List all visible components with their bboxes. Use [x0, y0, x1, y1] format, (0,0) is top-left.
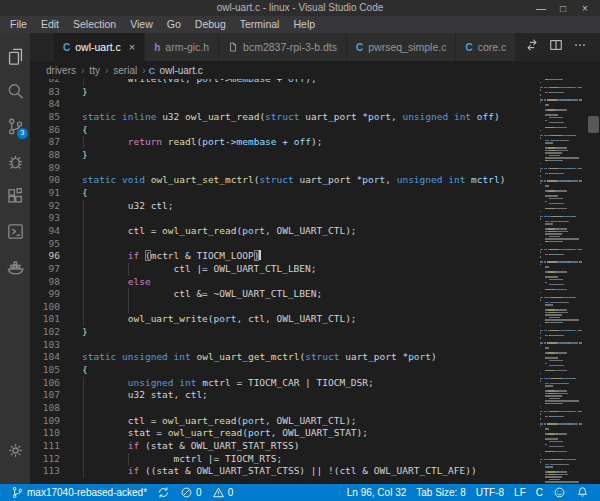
code-line[interactable]: 111 if (stat & OWL_UART_STAT_RTSS)	[30, 440, 538, 453]
code-token: uart_port *	[294, 174, 363, 185]
code-line[interactable]: 113 if ((stat & OWL_UART_STAT_CTSS) || !…	[30, 465, 538, 478]
minimap-line	[540, 476, 586, 477]
activity-docker-icon[interactable]	[0, 249, 30, 284]
tab-pwrseq_simple.c[interactable]: Cpwrseq_simple.c	[347, 33, 455, 61]
close-tab-icon[interactable]: ×	[129, 41, 135, 53]
gutter-pad	[60, 212, 82, 225]
code-line[interactable]: 101 owl_uart_write(port, ctl, OWL_UART_C…	[30, 313, 538, 326]
code-line[interactable]: 95	[30, 238, 538, 251]
code-line[interactable]: 90static void owl_uart_set_mctrl(struct …	[30, 174, 538, 187]
more-actions-icon[interactable]	[568, 38, 592, 56]
open-changes-icon[interactable]	[520, 38, 544, 56]
code-token: else	[128, 276, 151, 287]
status-language-mode[interactable]: C	[531, 487, 548, 498]
menu-view[interactable]: View	[123, 16, 160, 33]
line-number: 91	[30, 187, 60, 200]
code-line[interactable]: 100	[30, 301, 538, 314]
code-line[interactable]: 93	[30, 212, 538, 225]
gutter-pad	[60, 187, 82, 200]
breadcrumb-serial[interactable]: serial	[111, 65, 139, 76]
activity-settings-icon[interactable]	[0, 433, 30, 468]
indent-guide	[83, 250, 84, 263]
indent-guide	[83, 377, 84, 390]
editor[interactable]: 82 writel(val, port->membase + off);83}8…	[30, 79, 600, 484]
activity-explorer-icon[interactable]	[0, 39, 30, 74]
code-line[interactable]: 105{	[30, 364, 538, 377]
code-line[interactable]: 99 ctl &= ~OWL_UART_CTL_LBEN;	[30, 288, 538, 301]
status-synchronize-changes[interactable]	[152, 486, 175, 499]
activity-source-control-icon[interactable]: 3	[0, 109, 30, 144]
c-file-icon: C	[149, 65, 156, 76]
tab-label: arm-gic.h	[165, 41, 209, 53]
menu-edit[interactable]: Edit	[34, 16, 66, 33]
code-line[interactable]: 86{	[30, 124, 538, 137]
code-token: port	[202, 136, 225, 147]
scrollbar-thumb[interactable]	[588, 116, 599, 133]
minimap-line	[540, 360, 586, 361]
code-line[interactable]: 89	[30, 162, 538, 175]
indent-guide	[83, 288, 84, 301]
tab-core.c[interactable]: Ccore.c	[456, 33, 515, 61]
code-line[interactable]: 85static inline u32 owl_uart_read(struct…	[30, 111, 538, 124]
code-line[interactable]: 103	[30, 339, 538, 352]
minimap[interactable]	[540, 79, 586, 484]
menu-terminal[interactable]: Terminal	[233, 16, 287, 33]
status-tab-size[interactable]: Tab Size: 8	[411, 487, 470, 498]
code-line[interactable]: 96 if (mctrl & TIOCM_LOOP)	[30, 250, 538, 263]
code-line[interactable]: 107 u32 stat, ctl;	[30, 389, 538, 402]
code-line[interactable]: 106 unsigned int mctrl = TIOCM_CAR | TIO…	[30, 377, 538, 390]
code-line[interactable]: 98 else	[30, 276, 538, 289]
status-cursor-position[interactable]: Ln 96, Col 32	[342, 487, 412, 498]
status-notifications[interactable]	[571, 486, 594, 499]
code-token: ,	[185, 79, 196, 84]
code-line[interactable]: 112 mctrl |= TIOCM_RTS;	[30, 453, 538, 466]
code-line[interactable]: 102}	[30, 326, 538, 339]
activity-terminal-box-icon[interactable]	[0, 214, 30, 249]
status-feedback[interactable]	[548, 486, 571, 499]
status-git-branch[interactable]: max17040-rebased-acked*	[6, 486, 152, 499]
code-line[interactable]: 87 return readl(port->membase + off);	[30, 136, 538, 149]
tab-owl-uart.c[interactable]: Cowl-uart.c×	[54, 33, 144, 61]
minimap-line	[540, 150, 586, 151]
code-line[interactable]: 83}	[30, 86, 538, 99]
minimize-button[interactable]: —	[530, 3, 552, 14]
activity-extensions-icon[interactable]	[0, 179, 30, 214]
menu-debug[interactable]: Debug	[188, 16, 233, 33]
code-line[interactable]: 110 stat = owl_uart_read(port, OWL_UART_…	[30, 427, 538, 440]
status-warnings[interactable]: 0	[207, 486, 239, 499]
code-line[interactable]: 82 writel(val, port->membase + off);	[30, 79, 538, 86]
menu-selection[interactable]: Selection	[66, 16, 123, 33]
line-number: 104	[30, 351, 60, 364]
gutter-pad	[60, 238, 82, 251]
status-eol[interactable]: LF	[509, 487, 531, 498]
window-title: owl-uart.c - linux - Visual Studio Code	[0, 1, 600, 15]
code-line[interactable]: 108	[30, 402, 538, 415]
activity-debug-icon[interactable]	[0, 144, 30, 179]
status-errors[interactable]: 0	[175, 486, 207, 499]
status-encoding[interactable]: UTF-8	[471, 487, 509, 498]
tab-bcm2837-rpi-3-b.dts[interactable]: bcm2837-rpi-3-b.dts	[219, 33, 346, 61]
gutter-pad	[60, 377, 82, 390]
code-line[interactable]: 97 ctl |= OWL_UART_CTL_LBEN;	[30, 263, 538, 276]
code-line[interactable]: 88}	[30, 149, 538, 162]
code-line[interactable]: 91{	[30, 187, 538, 200]
scrollbar[interactable]	[586, 79, 600, 484]
code-line[interactable]: 109 ctl = owl_uart_read(port, OWL_UART_C…	[30, 415, 538, 428]
code-line[interactable]: 92 u32 ctl;	[30, 200, 538, 213]
breadcrumb-drivers[interactable]: drivers	[44, 65, 78, 76]
activity-search-icon[interactable]	[0, 74, 30, 109]
breadcrumb-tty[interactable]: tty	[87, 65, 102, 76]
menu-go[interactable]: Go	[160, 16, 188, 33]
code-line[interactable]: 84	[30, 98, 538, 111]
close-button[interactable]: ×	[574, 3, 596, 14]
split-editor-icon[interactable]	[544, 38, 568, 56]
code-token: )	[494, 111, 500, 122]
code-line[interactable]: 94 ctl = owl_uart_read(port, OWL_UART_CT…	[30, 225, 538, 238]
menu-file[interactable]: File	[3, 16, 34, 33]
minimap-line	[540, 375, 586, 376]
code-line[interactable]: 104static unsigned int owl_uart_get_mctr…	[30, 351, 538, 364]
tab-arm-gic.h[interactable]: harm-gic.h	[145, 33, 218, 61]
maximize-button[interactable]: □	[552, 3, 574, 14]
breadcrumb-file[interactable]: Cowl-uart.c	[149, 65, 203, 76]
menu-help[interactable]: Help	[286, 16, 322, 33]
